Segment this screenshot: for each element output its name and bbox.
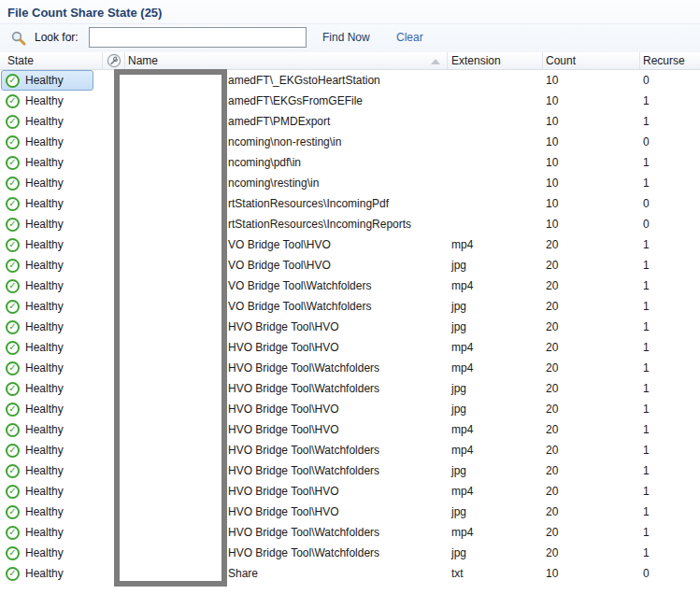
table-row[interactable]: ✓ Healthy ncoming\pdf\in 10 1: [0, 152, 700, 173]
column-header-options[interactable]: [103, 52, 125, 69]
table-row[interactable]: ✓ Healthy HVO Bridge Tool\Watchfolders j…: [0, 460, 700, 481]
table-row[interactable]: ✓ Healthy HVO Bridge Tool\Watchfolders j…: [0, 543, 700, 563]
table-row[interactable]: ✓ Healthy HVO Bridge Tool\Watchfolders m…: [0, 358, 700, 378]
table-row[interactable]: ✓ Healthy amedFT\PMDExport 10 1: [0, 111, 700, 132]
extension-cell: [448, 173, 543, 193]
state-label: Healthy: [25, 341, 64, 354]
count-cell: 10: [543, 70, 640, 91]
recurse-value: 1: [643, 238, 650, 251]
extension-cell: mp4: [448, 440, 543, 460]
state-cell: ✓ Healthy: [0, 276, 125, 296]
state-cell: ✓ Healthy: [0, 193, 125, 214]
healthy-icon: ✓: [6, 546, 20, 560]
search-input[interactable]: [89, 27, 307, 48]
name-value: HVO Bridge Tool\HVO: [228, 485, 339, 498]
file-count-share-state-view: File Count Share State (25) Look for: Fi…: [0, 0, 700, 594]
extension-value: jpg: [451, 300, 466, 313]
table-row[interactable]: ✓ Healthy VO Bridge Tool\Watchfolders mp…: [0, 276, 700, 296]
table-row[interactable]: ✓ Healthy HVO Bridge Tool\HVO jpg 20 1: [0, 399, 700, 419]
extension-cell: [448, 214, 543, 234]
find-now-button[interactable]: Find Now: [322, 31, 370, 44]
table-row[interactable]: ✓ Healthy ncoming\resting\in 10 1: [0, 173, 700, 193]
table-row[interactable]: ✓ Healthy VO Bridge Tool\Watchfolders jp…: [0, 296, 700, 317]
recurse-cell: 1: [640, 460, 700, 481]
count-cell: 10: [543, 193, 640, 214]
table-row[interactable]: ✓ Healthy HVO Bridge Tool\HVO mp4 20 1: [0, 337, 700, 358]
extension-value: jpg: [451, 382, 466, 395]
count-value: 20: [546, 464, 558, 477]
table-row[interactable]: ✓ Healthy VO Bridge Tool\HVO jpg 20 1: [0, 255, 700, 276]
recurse-value: 0: [643, 197, 650, 210]
state-label: Healthy: [25, 156, 64, 169]
table-row[interactable]: ✓ Healthy HVO Bridge Tool\Watchfolders j…: [0, 378, 700, 399]
extension-cell: jpg: [448, 543, 543, 563]
table-row[interactable]: ✓ Healthy HVO Bridge Tool\HVO mp4 20 1: [0, 419, 700, 440]
extension-value: mp4: [451, 341, 473, 354]
table-row[interactable]: ✓ Healthy HVO Bridge Tool\HVO jpg 20 1: [0, 502, 700, 522]
count-cell: 20: [543, 440, 640, 460]
state-label: Healthy: [25, 197, 64, 210]
table-row[interactable]: ✓ Healthy amedFT\EKGsFromGEFile 10 1: [0, 91, 700, 111]
count-cell: 20: [543, 276, 640, 296]
recurse-cell: 0: [640, 132, 700, 152]
recurse-value: 1: [643, 423, 650, 436]
count-cell: 20: [543, 317, 640, 337]
table-row[interactable]: ✓ Healthy VO Bridge Tool\HVO mp4 20 1: [0, 234, 700, 255]
name-value: Share: [228, 567, 258, 580]
extension-cell: jpg: [448, 460, 543, 481]
recurse-value: 1: [643, 259, 650, 272]
extension-value: txt: [451, 567, 464, 580]
column-header-name[interactable]: Name: [125, 52, 448, 69]
recurse-cell: 0: [640, 563, 700, 584]
count-value: 10: [546, 177, 558, 190]
healthy-icon: ✓: [6, 567, 20, 581]
state-label: Healthy: [25, 526, 64, 539]
name-value: rtStationResources\IncomingReports: [228, 218, 411, 231]
count-cell: 20: [543, 378, 640, 399]
recurse-cell: 1: [640, 173, 700, 193]
table-row[interactable]: ✓ Healthy HVO Bridge Tool\HVO mp4 20 1: [0, 481, 700, 502]
state-cell: ✓ Healthy: [0, 481, 125, 502]
recurse-cell: 1: [640, 399, 700, 419]
name-value: HVO Bridge Tool\Watchfolders: [228, 546, 379, 559]
recurse-cell: 1: [640, 255, 700, 276]
healthy-icon: ✓: [6, 382, 20, 396]
name-value: rtStationResources\IncomingPdf: [228, 197, 389, 210]
state-cell: ✓ Healthy: [0, 234, 125, 255]
count-cell: 10: [543, 111, 640, 132]
state-cell: ✓ Healthy: [0, 543, 125, 563]
wrench-icon: [107, 53, 121, 68]
count-value: 10: [546, 74, 558, 87]
state-cell: ✓ Healthy: [0, 111, 125, 132]
healthy-icon: ✓: [6, 444, 20, 458]
count-value: 10: [546, 567, 558, 580]
state-cell: ✓ Healthy: [0, 358, 125, 378]
recurse-cell: 1: [640, 111, 700, 132]
state-label: Healthy: [25, 218, 64, 231]
state-label: Healthy: [25, 423, 64, 436]
state-cell: ✓ Healthy: [0, 399, 125, 419]
table-row[interactable]: ✓ Healthy HVO Bridge Tool\Watchfolders m…: [0, 440, 700, 460]
table-row[interactable]: ✓ Healthy HVO Bridge Tool\Watchfolders m…: [0, 522, 700, 543]
column-header-state[interactable]: State: [0, 52, 103, 69]
recurse-cell: 1: [640, 543, 700, 563]
extension-cell: [448, 111, 543, 132]
column-header-extension[interactable]: Extension: [448, 52, 543, 69]
recurse-value: 1: [643, 403, 650, 416]
table-row[interactable]: ✓ Healthy rtStationResources\IncomingRep…: [0, 214, 700, 234]
search-icon: [10, 30, 27, 47]
state-cell: ✓ Healthy: [0, 132, 125, 152]
state-label: Healthy: [25, 115, 64, 128]
clear-button[interactable]: Clear: [396, 31, 423, 44]
column-header-count[interactable]: Count: [543, 52, 640, 69]
look-for-label: Look for:: [35, 31, 79, 44]
table-row[interactable]: ✓ Healthy HVO Bridge Tool\HVO jpg 20 1: [0, 317, 700, 337]
table-row[interactable]: ✓ Healthy rtStationResources\IncomingPdf…: [0, 193, 700, 214]
table-row[interactable]: ✓ Healthy amedFT\_EKGstoHeartStation 10 …: [0, 70, 700, 91]
count-value: 20: [546, 505, 558, 518]
table-row[interactable]: ✓ Healthy ncoming\non-resting\in 10 0: [0, 132, 700, 152]
column-header-recurse[interactable]: Recurse: [640, 52, 700, 69]
table-row[interactable]: ✓ Healthy Share txt 10 0: [0, 563, 700, 584]
healthy-icon: ✓: [6, 320, 20, 334]
state-label: Healthy: [25, 300, 64, 313]
